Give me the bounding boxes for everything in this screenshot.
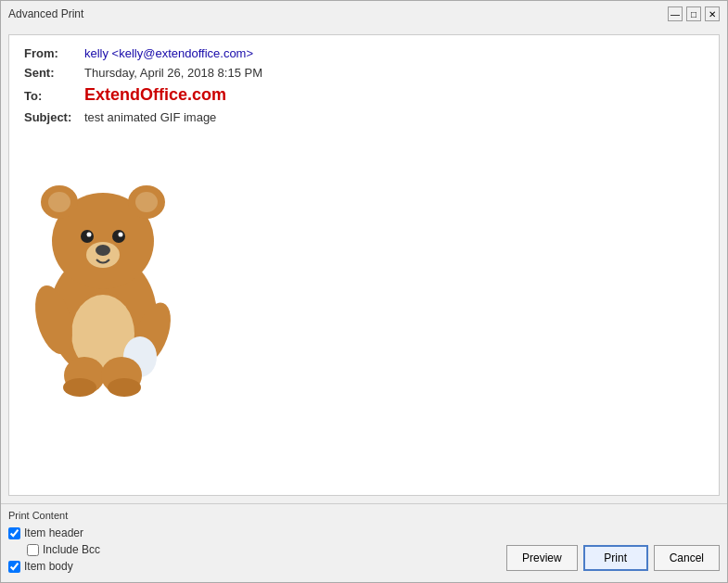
- item-header-row: Item header: [8, 526, 100, 539]
- include-bcc-checkbox[interactable]: [27, 544, 39, 556]
- item-body-checkbox[interactable]: [8, 561, 20, 573]
- preview-button[interactable]: Preview: [506, 545, 578, 571]
- subject-label: Subject:: [24, 110, 84, 124]
- minimize-button[interactable]: —: [668, 6, 683, 21]
- item-body-row: Item body: [8, 560, 100, 573]
- maximize-button[interactable]: □: [686, 6, 701, 21]
- window-title: Advanced Print: [8, 7, 83, 20]
- email-fields: From: kelly <kelly@extendoffice.com> Sen…: [24, 46, 704, 124]
- from-value: kelly <kelly@extendoffice.com>: [84, 46, 253, 60]
- svg-point-19: [108, 378, 141, 397]
- title-bar-controls: — □ ✕: [668, 6, 720, 21]
- bottom-panel: Print Content Item header Include Bcc It…: [1, 503, 727, 582]
- action-buttons: Preview Print Cancel: [506, 545, 720, 575]
- cancel-button[interactable]: Cancel: [654, 545, 720, 571]
- svg-point-7: [81, 230, 94, 243]
- print-button[interactable]: Print: [583, 545, 648, 571]
- to-label: To:: [24, 89, 84, 103]
- svg-point-18: [63, 378, 96, 397]
- item-header-label[interactable]: Item header: [24, 526, 83, 539]
- to-value: ExtendOffice.com: [84, 85, 226, 105]
- email-to-row: To: ExtendOffice.com: [24, 85, 704, 105]
- svg-point-8: [112, 230, 125, 243]
- svg-point-12: [96, 245, 110, 256]
- include-bcc-label[interactable]: Include Bcc: [43, 543, 100, 556]
- print-content-section: Print Content Item header Include Bcc It…: [8, 510, 100, 575]
- svg-point-9: [87, 233, 92, 237]
- window-content: From: kelly <kelly@extendoffice.com> Sen…: [1, 27, 727, 503]
- item-header-checkbox[interactable]: [8, 527, 20, 539]
- bear-image-container: [24, 139, 704, 401]
- bear-illustration: [24, 139, 182, 399]
- svg-point-10: [119, 233, 123, 237]
- from-label: From:: [24, 46, 84, 60]
- close-button[interactable]: ✕: [705, 6, 720, 21]
- subject-value: test animated GIF image: [84, 110, 216, 124]
- email-sent-row: Sent: Thursday, April 26, 2018 8:15 PM: [24, 66, 704, 80]
- include-bcc-row: Include Bcc: [27, 543, 100, 556]
- email-from-row: From: kelly <kelly@extendoffice.com>: [24, 46, 704, 60]
- email-preview: From: kelly <kelly@extendoffice.com> Sen…: [8, 34, 720, 496]
- sent-value: Thursday, April 26, 2018 8:15 PM: [84, 66, 262, 80]
- item-body-label[interactable]: Item body: [24, 560, 73, 573]
- sent-label: Sent:: [24, 66, 84, 80]
- email-subject-row: Subject: test animated GIF image: [24, 110, 704, 124]
- svg-point-4: [48, 192, 70, 212]
- print-content-title: Print Content: [8, 510, 100, 521]
- title-bar-left: Advanced Print: [8, 7, 83, 20]
- main-window: Advanced Print — □ ✕ From: kelly <kelly@…: [0, 0, 728, 583]
- title-bar: Advanced Print — □ ✕: [1, 1, 727, 27]
- svg-point-6: [135, 192, 158, 212]
